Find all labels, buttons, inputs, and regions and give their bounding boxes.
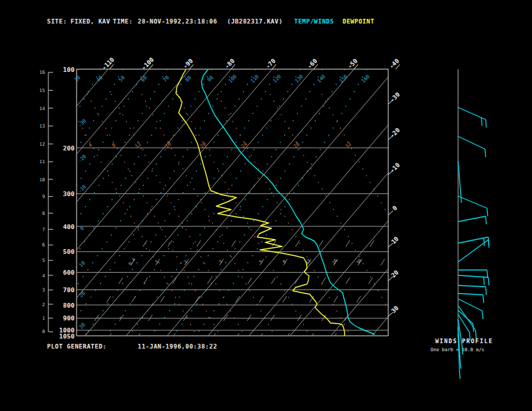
mixing-ratio-line bbox=[139, 240, 201, 336]
isotherm-right-tick bbox=[388, 277, 393, 281]
mixing-ratio-line bbox=[261, 240, 323, 336]
dry-adiabat-line bbox=[0, 69, 12, 336]
dry-adiabat-top-label: 140 bbox=[316, 73, 326, 84]
pressure-gridlines bbox=[77, 69, 388, 336]
dry-adiabat-line bbox=[62, 69, 234, 336]
isotherm-top-label: -90 bbox=[182, 58, 195, 71]
moist-adiabat-label: 16 bbox=[164, 140, 173, 149]
height-tick-label: 6 bbox=[42, 242, 45, 248]
isotherm-right-label: 0 bbox=[391, 204, 398, 212]
dry-adiabat-line bbox=[0, 69, 34, 336]
time-value: 28-NOV-1992,23:18:06 bbox=[138, 18, 217, 25]
isotherm-line bbox=[331, 69, 532, 336]
height-tick-label: 5 bbox=[42, 258, 45, 263]
isotherm-right-label: 10 bbox=[390, 236, 400, 246]
wind-barb-shaft bbox=[458, 196, 487, 208]
isotherm-line bbox=[44, 69, 272, 336]
mixing-ratio-line bbox=[174, 240, 236, 336]
dry-adiabat-left-label: 30 bbox=[78, 322, 87, 330]
mixing-ratio-line bbox=[335, 240, 397, 336]
wind-barb-tick bbox=[486, 287, 486, 295]
mixing-ratio-label: 20 bbox=[331, 258, 339, 265]
isotherm-line bbox=[85, 69, 313, 336]
dry-adiabat-line bbox=[85, 69, 256, 336]
wind-barb-shaft bbox=[458, 310, 473, 324]
wind-barb-shaft bbox=[458, 107, 486, 120]
moist-adiabat-label: 28 bbox=[292, 140, 301, 149]
wind-barb-shaft bbox=[458, 299, 482, 311]
isotherm-top-tick bbox=[231, 64, 235, 69]
isotherm-line bbox=[3, 69, 231, 336]
wind-barb-tick bbox=[459, 371, 460, 379]
dry-adiabat-left-label: 0 bbox=[79, 225, 85, 232]
wind-barb-shaft bbox=[458, 216, 486, 222]
dry-adiabat-top-label: 110 bbox=[249, 73, 260, 84]
height-tick-label: 7 bbox=[42, 227, 45, 232]
height-tick-label: 16 bbox=[40, 70, 45, 75]
plot-generated-label: PLOT GENERATED: bbox=[47, 343, 107, 350]
mixing-ratio-lines bbox=[85, 240, 397, 336]
height-tick-label: 15 bbox=[40, 88, 45, 93]
moist-adiabat-label: 4 bbox=[87, 142, 94, 148]
dry-adiabat-line bbox=[151, 69, 322, 336]
moist-adiabat-label: 24 bbox=[240, 140, 249, 149]
mixing-ratio-labels: 0.412358122030 bbox=[128, 257, 363, 267]
dry-adiabat-top-label: 40 bbox=[95, 75, 104, 83]
dry-adiabat-top-label: 30 bbox=[73, 75, 82, 83]
isotherm-top-tick bbox=[354, 64, 358, 69]
dry-adiabat-line bbox=[18, 69, 189, 336]
dry-adiabat-top-label: 120 bbox=[271, 73, 282, 84]
wind-barb-tick bbox=[485, 149, 486, 157]
winds-profile-subtitle: One barb = 10.0 m/s bbox=[431, 347, 484, 353]
mixing-ratio-label: 2 bbox=[183, 259, 189, 265]
mixing-ratio-line bbox=[85, 240, 147, 336]
wind-barb-tick bbox=[482, 118, 482, 126]
isotherm-line bbox=[413, 69, 532, 336]
dry-adiabat-top-label: 130 bbox=[294, 73, 304, 84]
dry-adiabat-top-label: 50 bbox=[118, 75, 126, 83]
isotherm-top-label: -60 bbox=[306, 58, 319, 71]
dry-adiabat-line bbox=[40, 69, 212, 336]
dry-adiabat-left-label: -20 bbox=[77, 153, 87, 164]
isotherm-right-label: -30 bbox=[389, 91, 402, 104]
wind-barb-tick bbox=[487, 270, 488, 278]
wind-barb-tick bbox=[484, 238, 484, 246]
moist-adiabat-line bbox=[177, 94, 310, 336]
dry-adiabat-line bbox=[173, 69, 345, 336]
wind-barb-tick bbox=[461, 195, 461, 203]
moist-adiabat-line bbox=[270, 94, 403, 336]
wind-barb-tick bbox=[488, 240, 489, 248]
isotherm-top-label: -80 bbox=[224, 58, 236, 71]
mixing-ratio-line bbox=[312, 240, 374, 336]
temperature-curve-group bbox=[202, 69, 375, 334]
dry-adiabat-top-label: 160 bbox=[360, 73, 371, 84]
moist-adiabat-line bbox=[218, 94, 351, 336]
wind-barb-shaft bbox=[458, 275, 488, 277]
isotherm-line bbox=[126, 69, 354, 336]
moist-adiabat-line bbox=[322, 94, 455, 336]
mixing-ratio-label: 0.4 bbox=[128, 257, 137, 267]
isotherm-right-tick bbox=[388, 171, 393, 175]
moist-adiabat-lines bbox=[64, 94, 455, 336]
isotherm-top-labels: -110-100-90-80-70-60-50-40-30-20-1001020… bbox=[101, 56, 401, 316]
wind-barb-shaft bbox=[458, 314, 470, 332]
height-tick-label: 0 bbox=[42, 329, 45, 334]
dry-adiabat-labels: 30405060708090100110120130140150160-30-2… bbox=[73, 73, 371, 330]
height-tick-label: 9 bbox=[42, 194, 45, 199]
plot-generated-value: 11-JAN-1996,00:38:22 bbox=[138, 343, 217, 350]
dry-adiabat-top-label: 60 bbox=[140, 75, 148, 83]
pressure-label: 100 bbox=[63, 66, 75, 73]
site-value: FIXED, KAV bbox=[71, 18, 110, 25]
dry-adiabat-top-label: 90 bbox=[206, 75, 215, 83]
height-tick-label: 11 bbox=[40, 159, 45, 165]
mixing-ratio-label: 1 bbox=[154, 259, 160, 265]
isotherm-right-tick bbox=[388, 312, 393, 316]
wind-barb-tick bbox=[483, 295, 484, 303]
dry-adiabat-line bbox=[129, 69, 300, 336]
wind-barb-shaft bbox=[458, 285, 486, 287]
isotherm-line bbox=[495, 69, 532, 336]
isotherm-line bbox=[0, 69, 190, 336]
wind-barb-tick bbox=[473, 324, 474, 332]
moist-adiabat-label: 8 bbox=[111, 142, 118, 148]
isotherm-line bbox=[290, 69, 518, 336]
